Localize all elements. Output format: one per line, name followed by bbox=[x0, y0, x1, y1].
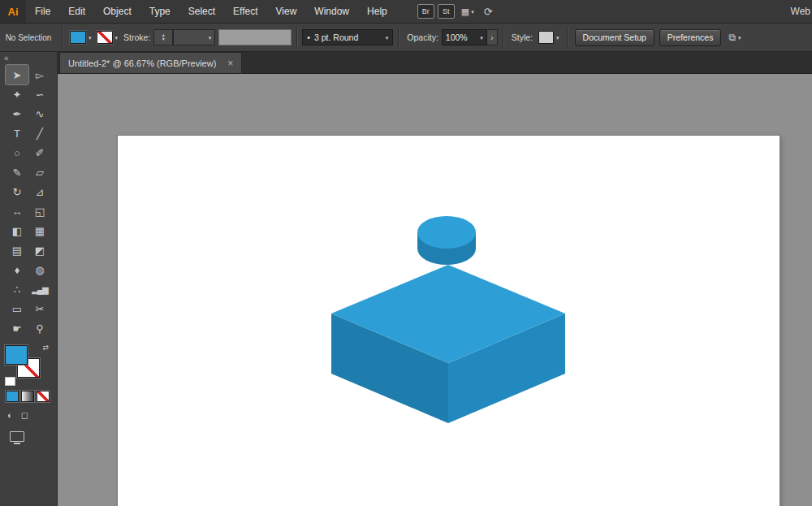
scale-tool[interactable]: ⊿ bbox=[28, 182, 51, 201]
separator bbox=[62, 27, 63, 48]
appbar-icons: Br St ▦ ▾ ⟳ bbox=[417, 4, 493, 19]
eraser-tool[interactable]: ▱ bbox=[28, 162, 51, 182]
symbol-sprayer-tool[interactable]: ∴ bbox=[6, 279, 28, 299]
document-tab-title: Untitled-2* @ 66.67% (RGB/Preview) bbox=[68, 58, 216, 68]
draw-modes-icon[interactable]: ◐ bbox=[7, 410, 13, 421]
stroke-weight-stepper[interactable]: ▴ ▾ bbox=[153, 29, 173, 45]
stepper-down-icon[interactable]: ▾ bbox=[162, 37, 165, 41]
brush-bullet-icon: • bbox=[307, 32, 310, 42]
sync-settings-icon[interactable]: ⟳ bbox=[484, 6, 493, 18]
color-button[interactable] bbox=[6, 391, 19, 402]
stroke-weight-dropdown[interactable]: ▾ bbox=[173, 29, 215, 45]
eyedropper-tool[interactable]: ♦ bbox=[6, 260, 28, 279]
style-swatch[interactable] bbox=[538, 31, 554, 44]
style-label: Style: bbox=[512, 32, 533, 42]
chevron-down-icon: ▾ bbox=[480, 35, 483, 41]
document-area: Untitled-2* @ 66.67% (RGB/Preview) × bbox=[58, 52, 812, 506]
menu-edit[interactable]: Edit bbox=[59, 0, 94, 23]
separator bbox=[567, 27, 568, 48]
menu-window[interactable]: Window bbox=[305, 0, 358, 23]
column-graph-tool[interactable]: ▂▄▆ bbox=[28, 279, 51, 299]
document-setup-button[interactable]: Document Setup bbox=[575, 29, 654, 46]
fill-color-control[interactable]: ▾ bbox=[70, 31, 92, 44]
opacity-field[interactable]: 100% ▾ bbox=[442, 29, 487, 45]
control-fill-swatch[interactable] bbox=[70, 31, 86, 44]
separator bbox=[296, 27, 297, 48]
pen-tool[interactable]: ✒ bbox=[6, 104, 28, 123]
chevron-down-icon: ▾ bbox=[556, 35, 559, 41]
draw-inside-icon[interactable]: ◻ bbox=[21, 410, 28, 421]
workspace-grid-icon: ▦ bbox=[461, 6, 469, 17]
chevron-down-icon: ▾ bbox=[471, 9, 474, 15]
canvas[interactable] bbox=[58, 74, 812, 506]
opacity-value: 100% bbox=[446, 32, 468, 42]
menu-type[interactable]: Type bbox=[140, 0, 179, 23]
type-tool[interactable]: T bbox=[6, 123, 28, 143]
selection-tool[interactable]: ➤ bbox=[6, 65, 28, 84]
workspace-label[interactable]: Web bbox=[791, 6, 812, 17]
stock-icon[interactable]: St bbox=[438, 4, 455, 19]
ellipse-tool[interactable]: ○ bbox=[6, 143, 28, 162]
slice-tool[interactable]: ✂ bbox=[28, 299, 51, 318]
line-segment-tool[interactable]: ╱ bbox=[28, 123, 51, 143]
shape-builder-tool[interactable]: ◧ bbox=[6, 221, 28, 240]
collapse-panel-button[interactable]: « bbox=[4, 54, 9, 63]
illustrator-window: Ai FileEditObjectTypeSelectEffectViewWin… bbox=[0, 0, 812, 506]
menu-select[interactable]: Select bbox=[179, 0, 224, 23]
tools-panel: « ➤▻✦∽✒∿T╱○✐✎▱↻⊿↔◱◧▦▤◩♦◍∴▂▄▆▭✂☛⚲ ⇄ ◐ ◻ bbox=[0, 52, 58, 506]
selection-status: No Selection bbox=[0, 24, 57, 51]
menu-help[interactable]: Help bbox=[358, 0, 396, 23]
control-stroke-swatch[interactable] bbox=[97, 31, 113, 44]
zoom-tool[interactable]: ⚲ bbox=[28, 318, 51, 338]
width-tool[interactable]: ↔ bbox=[6, 201, 28, 221]
perspective-grid-tool[interactable]: ▦ bbox=[28, 221, 51, 240]
bridge-icon[interactable]: Br bbox=[417, 4, 434, 19]
gradient-button[interactable] bbox=[21, 391, 34, 402]
opacity-label: Opacity: bbox=[407, 32, 438, 42]
illustrator-logo-icon[interactable]: Ai bbox=[0, 0, 26, 23]
menu-view[interactable]: View bbox=[267, 0, 306, 23]
arrange-control[interactable]: ⧉ ▾ bbox=[728, 32, 741, 43]
workspace-switcher[interactable]: ▦ ▾ bbox=[458, 6, 477, 17]
free-transform-tool[interactable]: ◱ bbox=[28, 201, 51, 221]
arrange-icon: ⧉ bbox=[728, 32, 736, 43]
swap-fill-stroke-icon[interactable]: ⇄ bbox=[42, 344, 49, 352]
menu-items: FileEditObjectTypeSelectEffectViewWindow… bbox=[26, 0, 396, 23]
curvature-tool[interactable]: ∿ bbox=[28, 104, 51, 123]
gradient-tool[interactable]: ◩ bbox=[28, 240, 51, 260]
none-button[interactable] bbox=[37, 391, 50, 402]
brush-name: 3 pt. Round bbox=[314, 32, 358, 42]
rotate-tool[interactable]: ↻ bbox=[6, 182, 28, 201]
fill-swatch[interactable] bbox=[5, 345, 28, 365]
style-control[interactable]: ▾ bbox=[538, 31, 559, 44]
close-tab-icon[interactable]: × bbox=[227, 58, 233, 69]
magic-wand-tool[interactable]: ✦ bbox=[6, 84, 28, 104]
tools-grid: ➤▻✦∽✒∿T╱○✐✎▱↻⊿↔◱◧▦▤◩♦◍∴▂▄▆▭✂☛⚲ bbox=[0, 64, 57, 339]
stroke-color-control[interactable]: ▾ bbox=[97, 31, 119, 44]
preferences-button[interactable]: Preferences bbox=[659, 29, 722, 46]
separator bbox=[398, 27, 399, 48]
brick-stud-top[interactable] bbox=[417, 216, 476, 249]
artwork-lego-brick[interactable] bbox=[58, 74, 812, 506]
separator bbox=[503, 27, 503, 48]
artboard-tool[interactable]: ▭ bbox=[6, 299, 28, 318]
menu-bar: Ai FileEditObjectTypeSelectEffectViewWin… bbox=[0, 0, 812, 24]
chevron-down-icon: ▾ bbox=[386, 35, 389, 41]
mesh-tool[interactable]: ▤ bbox=[6, 240, 28, 260]
default-fill-stroke-icon[interactable] bbox=[5, 377, 15, 386]
menu-object[interactable]: Object bbox=[94, 0, 140, 23]
control-bar: No Selection ▾ ▾ Stroke: ▴ ▾ ▾ • 3 pt. R… bbox=[0, 24, 812, 52]
brush-definition-dropdown[interactable]: • 3 pt. Round ▾ bbox=[302, 29, 393, 45]
blend-tool[interactable]: ◍ bbox=[28, 260, 51, 279]
lasso-tool[interactable]: ∽ bbox=[28, 84, 51, 104]
hand-tool[interactable]: ☛ bbox=[6, 318, 28, 338]
direct-selection-tool[interactable]: ▻ bbox=[28, 65, 51, 84]
fill-stroke-indicator: ⇄ bbox=[5, 344, 54, 386]
opacity-flyout-arrow[interactable]: › bbox=[487, 29, 498, 45]
pencil-tool[interactable]: ✎ bbox=[6, 162, 28, 182]
paintbrush-tool[interactable]: ✐ bbox=[28, 143, 51, 162]
change-screen-mode-icon[interactable] bbox=[10, 431, 24, 442]
document-tab[interactable]: Untitled-2* @ 66.67% (RGB/Preview) × bbox=[59, 52, 242, 73]
menu-effect[interactable]: Effect bbox=[224, 0, 266, 23]
menu-file[interactable]: File bbox=[26, 0, 59, 23]
